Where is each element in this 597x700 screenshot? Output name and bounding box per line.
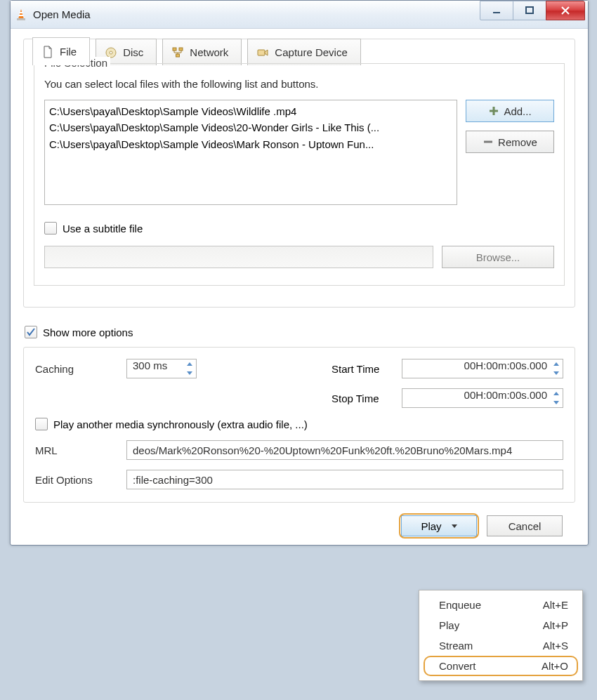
start-time-spinner[interactable] [550, 359, 563, 378]
remove-button[interactable]: Remove [466, 131, 554, 153]
mrl-label: MRL [35, 444, 126, 456]
chevron-down-icon [553, 371, 559, 375]
caching-spinbox[interactable]: 300 ms [126, 359, 197, 378]
svg-marker-0 [18, 9, 24, 19]
cancel-button[interactable]: Cancel [487, 515, 563, 536]
tab-capture[interactable]: Capture Device [247, 39, 360, 65]
titlebar: Open Media [11, 1, 588, 29]
close-button[interactable] [546, 1, 585, 20]
start-time-value[interactable]: 00H:00m:00s.000 [402, 359, 563, 378]
file-list[interactable]: C:\Users\payal\Desktop\Sample Videos\Wil… [44, 100, 457, 205]
stop-time-spinner[interactable] [550, 389, 563, 407]
chevron-down-icon [553, 401, 559, 404]
dropdown-item-convert[interactable]: Convert Alt+O [419, 656, 582, 676]
browse-button: Browse... [442, 246, 554, 268]
minimize-button[interactable] [480, 1, 513, 20]
window-buttons [480, 1, 585, 20]
chevron-up-icon [553, 362, 559, 366]
dropdown-item-enqueue[interactable]: Enqueue Alt+E [419, 595, 582, 615]
tab-network[interactable]: Network [162, 39, 242, 65]
subtitle-checkbox-label: Use a subtitle file [63, 223, 143, 235]
chevron-up-icon [553, 392, 559, 395]
svg-rect-5 [526, 7, 533, 13]
minus-icon [483, 136, 494, 147]
dropdown-item-shortcut: Alt+E [543, 599, 568, 611]
dropdown-item-play[interactable]: Play Alt+P [419, 615, 582, 635]
subtitle-path-input [44, 246, 433, 268]
svg-marker-12 [265, 50, 268, 55]
bottom-button-row: Play Cancel [11, 515, 563, 536]
advanced-options-panel: Caching 300 ms Start Time 00H:00m:00s.00… [23, 347, 575, 503]
dropdown-item-label: Play [439, 619, 459, 631]
tab-label: Disc [123, 46, 143, 58]
show-more-options-checkbox[interactable] [25, 326, 37, 338]
play-button-label: Play [421, 520, 441, 532]
file-list-item[interactable]: C:\Users\payal\Desktop\Sample Videos\20-… [49, 119, 452, 136]
tab-label: Capture Device [275, 46, 347, 58]
caching-spinner[interactable] [183, 359, 196, 378]
show-more-options-row: Show more options [25, 326, 588, 338]
stop-time-value[interactable]: 00H:00m:00s.000 [402, 388, 563, 408]
stop-time-label: Stop Time [332, 392, 402, 404]
svg-point-7 [110, 51, 112, 54]
svg-rect-1 [20, 12, 23, 13]
svg-rect-2 [19, 15, 24, 16]
add-button-label: Add... [504, 105, 531, 117]
dropdown-item-label: Convert [439, 660, 476, 672]
tab-file[interactable]: File [32, 37, 90, 65]
tab-label: Network [190, 46, 228, 58]
caching-label: Caching [35, 363, 126, 375]
sync-media-checkbox[interactable] [35, 418, 48, 430]
svg-rect-9 [179, 48, 183, 51]
edit-options-label: Edit Options [35, 474, 126, 486]
file-icon [41, 46, 54, 58]
browse-button-label: Browse... [476, 251, 520, 263]
svg-rect-10 [176, 54, 180, 57]
start-time-label: Start Time [332, 363, 402, 375]
play-split-button[interactable]: Play [401, 515, 477, 536]
capture-icon [256, 46, 269, 59]
vlc-cone-icon [15, 8, 27, 21]
dropdown-item-shortcut: Alt+O [542, 660, 568, 672]
network-icon [171, 46, 184, 59]
chevron-down-icon [187, 371, 192, 375]
cancel-button-label: Cancel [509, 520, 542, 532]
svg-rect-8 [173, 48, 176, 51]
remove-button-label: Remove [498, 136, 537, 148]
dropdown-item-label: Enqueue [439, 599, 481, 611]
mrl-input[interactable]: deos/Mark%20Ronson%20-%20Uptown%20Funk%2… [126, 440, 563, 460]
file-list-item[interactable]: C:\Users\payal\Desktop\Sample Videos\Wil… [49, 103, 452, 119]
tab-label: File [60, 46, 77, 58]
plus-icon [488, 105, 499, 117]
play-dropdown-menu: Enqueue Alt+E Play Alt+P Stream Alt+S Co… [419, 590, 583, 681]
dropdown-item-stream[interactable]: Stream Alt+S [419, 635, 582, 656]
start-time-spinbox[interactable]: 00H:00m:00s.000 [402, 359, 563, 378]
edit-options-input[interactable]: :file-caching=300 [126, 470, 563, 489]
file-selection-group: File Selection You can select local file… [34, 63, 565, 286]
svg-rect-3 [17, 18, 25, 20]
maximize-button[interactable] [513, 1, 546, 20]
subtitle-checkbox[interactable] [44, 222, 57, 235]
svg-rect-11 [258, 50, 265, 55]
chevron-up-icon [187, 362, 192, 366]
open-media-window: Open Media File [10, 0, 589, 546]
content-panel: File Disc Network Capture Device [23, 39, 575, 308]
dropdown-item-shortcut: Alt+S [543, 640, 568, 652]
dropdown-arrow-icon[interactable] [452, 524, 457, 528]
file-list-item[interactable]: C:\Users\payal\Desktop\Sample Videos\Mar… [49, 136, 452, 152]
dropdown-item-label: Stream [439, 640, 473, 652]
stop-time-spinbox[interactable]: 00H:00m:00s.000 [402, 388, 563, 408]
tabs: File Disc Network Capture Device [32, 39, 565, 64]
sync-media-label: Play another media synchronously (extra … [53, 418, 308, 430]
dropdown-item-shortcut: Alt+P [543, 619, 568, 631]
show-more-options-label: Show more options [43, 326, 133, 338]
window-title: Open Media [33, 8, 91, 20]
file-selection-description: You can select local files with the foll… [44, 78, 554, 90]
add-button[interactable]: Add... [466, 100, 554, 122]
